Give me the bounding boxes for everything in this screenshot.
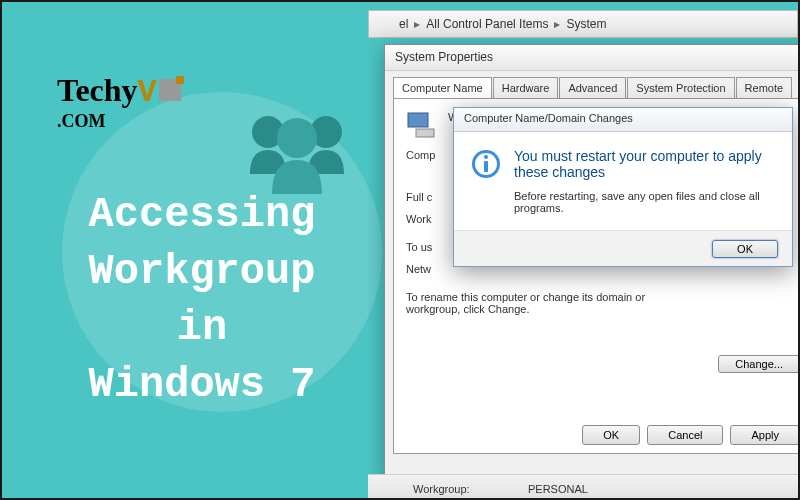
- breadcrumb[interactable]: el ▸ All Control Panel Items ▸ System: [368, 10, 798, 38]
- tab-computer-name[interactable]: Computer Name: [393, 77, 492, 98]
- info-icon: [470, 148, 502, 180]
- svg-rect-8: [484, 161, 488, 172]
- status-value: PERSONAL: [528, 483, 588, 495]
- dialog-message: You must restart your computer to apply …: [514, 148, 776, 180]
- logo-square-icon: [159, 79, 181, 101]
- techyv-logo: TechyV .COM: [57, 72, 181, 132]
- label-tous: To us: [406, 241, 451, 253]
- main-title: Accessing Workgroup in Windows 7: [22, 187, 382, 414]
- label-work: Work: [406, 213, 451, 225]
- ok-button[interactable]: OK: [582, 425, 640, 445]
- tab-remote[interactable]: Remote: [736, 77, 793, 98]
- label-full: Full c: [406, 191, 451, 203]
- status-bar: Workgroup: PERSONAL: [368, 474, 798, 500]
- tabs-container: Computer Name Hardware Advanced System P…: [385, 71, 798, 98]
- restart-dialog: Computer Name/Domain Changes You must re…: [453, 107, 793, 267]
- title-line: Windows 7: [22, 357, 382, 414]
- tab-hardware[interactable]: Hardware: [493, 77, 559, 98]
- screenshot-area: el ▸ All Control Panel Items ▸ System Sy…: [368, 2, 798, 500]
- breadcrumb-item[interactable]: All Control Panel Items: [426, 17, 548, 31]
- svg-point-2: [277, 118, 317, 158]
- apply-button[interactable]: Apply: [730, 425, 798, 445]
- status-label: Workgroup:: [413, 483, 528, 495]
- chevron-right-icon: ▸: [554, 17, 560, 31]
- breadcrumb-item[interactable]: el: [399, 17, 408, 31]
- breadcrumb-item[interactable]: System: [566, 17, 606, 31]
- svg-point-7: [484, 155, 488, 159]
- computer-icon: [406, 111, 438, 139]
- dialog-ok-button[interactable]: OK: [712, 240, 778, 258]
- label-comp: Comp: [406, 149, 451, 161]
- logo-v: V: [138, 74, 157, 111]
- title-line: Accessing: [22, 187, 382, 244]
- tab-system-protection[interactable]: System Protection: [627, 77, 734, 98]
- cancel-button[interactable]: Cancel: [647, 425, 723, 445]
- rename-hint: To rename this computer or change its do…: [406, 291, 666, 315]
- change-button[interactable]: Change...: [718, 355, 798, 373]
- logo-com: .COM: [57, 111, 106, 131]
- window-title: System Properties: [385, 45, 798, 71]
- title-line: Workgroup: [22, 244, 382, 301]
- dialog-title: Computer Name/Domain Changes: [454, 108, 792, 132]
- logo-text: Techy: [57, 72, 138, 108]
- dialog-subtext: Before restarting, save any open files a…: [514, 190, 776, 214]
- label-netw: Netw: [406, 263, 451, 275]
- chevron-right-icon: ▸: [414, 17, 420, 31]
- title-line: in: [22, 300, 382, 357]
- tab-advanced[interactable]: Advanced: [559, 77, 626, 98]
- svg-rect-3: [408, 113, 428, 127]
- svg-rect-4: [416, 129, 434, 137]
